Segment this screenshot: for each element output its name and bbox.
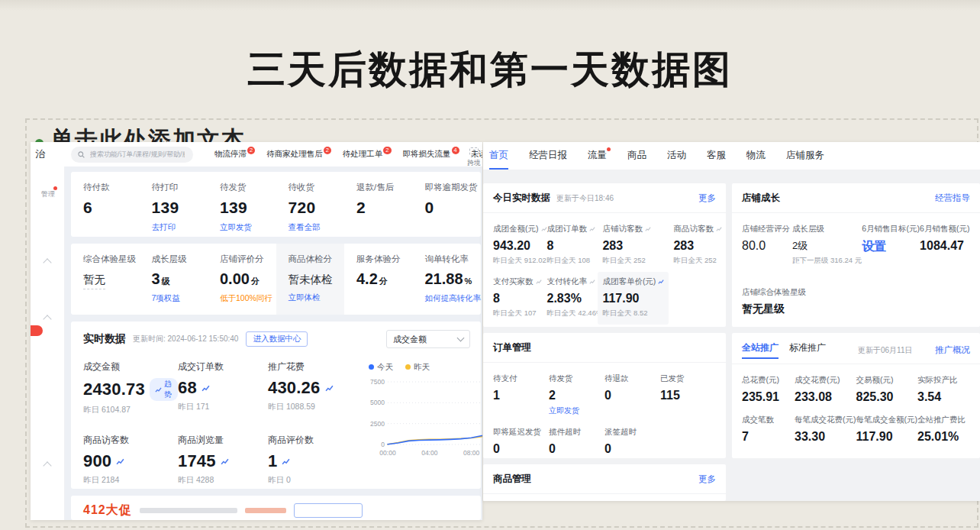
stat-link[interactable]: 如何提高转化率 — [425, 293, 482, 304]
search-icon — [78, 151, 85, 158]
nav-item-traffic-loss[interactable]: 即将损失流量4 — [403, 149, 459, 160]
metric-highlighted[interactable]: 成团客单价(元) 117.90 昨日全天 8.52 — [598, 272, 669, 325]
trend-icon — [589, 279, 595, 285]
trend-icon — [536, 279, 542, 285]
svg-text:04:00: 04:00 — [421, 449, 438, 457]
metric: 待发货 2 立即发货 — [549, 363, 604, 416]
stat-value: 139 — [220, 199, 276, 217]
line-chart[interactable]: 025005000750000:0004:0008:00 — [367, 376, 482, 461]
expand-icon[interactable]: + — [469, 147, 478, 156]
trend-icon — [645, 226, 651, 232]
stat-link[interactable]: 立即体检 — [289, 292, 321, 303]
stat-value: 0 — [425, 199, 482, 217]
tab-shop-services[interactable]: 店铺服务 — [786, 142, 824, 170]
chevron-up-icon[interactable] — [43, 461, 51, 470]
tab-sitewide-promo[interactable]: 全站推广 — [742, 341, 779, 359]
growth-metrics: 店铺经营评分 80.0 成长层级 2级 距下一层级 316.24 元 6月销售目… — [742, 213, 970, 266]
todo-stats-card: 待付款 6 待打印 139 去打印 待发货 139 立即发货 待收货 — [71, 172, 481, 237]
stat-link[interactable]: 低于100%同行 — [220, 293, 272, 304]
left-content: 待付款 6 待打印 139 去打印 待发货 139 立即发货 待收货 — [65, 166, 482, 520]
search-box[interactable] — [71, 147, 193, 163]
metric: 商品访客数 283 昨日全天 252 — [673, 213, 722, 266]
stat-value: 720 — [289, 199, 345, 217]
red-dot-badge — [607, 147, 611, 151]
today-metrics: 成团金额(元) 943.20 昨日全天 912.02 成团订单数 8 昨日全天 … — [493, 213, 716, 325]
chevron-up-icon[interactable] — [43, 315, 51, 323]
stat-label: 待打印 — [152, 182, 208, 193]
legend-item[interactable]: 昨天 — [405, 362, 430, 373]
notification-badge: 2 — [247, 147, 255, 154]
nav-item-aftersale[interactable]: 待商家处理售后2 — [266, 149, 331, 160]
trend-icon[interactable] — [201, 384, 210, 393]
rating-stat: 询单转化率 21.88% 如何提高转化率 — [413, 244, 482, 315]
red-dot-badge — [53, 186, 57, 190]
tab-activities[interactable]: 活动 — [667, 142, 686, 170]
tab-products[interactable]: 商品 — [627, 142, 646, 170]
promo-button[interactable] — [294, 503, 363, 518]
today-data-card: 今日实时数据 更新于今日18:46 更多 成团金额(元) 943.20 昨日全天… — [483, 183, 726, 327]
search-input[interactable] — [89, 150, 186, 159]
stat-link[interactable]: 7项权益 — [152, 293, 180, 304]
promo-strip[interactable]: 412大促 — [71, 496, 481, 520]
legend-item[interactable]: 今天 — [369, 362, 393, 373]
tab-daily-report[interactable]: 经营日报 — [529, 142, 567, 170]
stat-label: 待收货 — [289, 182, 345, 193]
tab-logistics[interactable]: 物流 — [746, 142, 766, 170]
metric: 店铺访客数 283 昨日全天 252 — [602, 213, 673, 266]
stat-link[interactable]: 立即发货 — [220, 222, 252, 233]
trend-icon[interactable] — [282, 457, 290, 466]
stat-label: 店铺评价分 — [220, 254, 276, 265]
metric: 交易额(元) 825.30 — [856, 364, 918, 404]
svg-text:00:00: 00:00 — [379, 449, 396, 457]
nav-item-tickets[interactable]: 待处理工单2 — [343, 149, 392, 160]
trend-icon[interactable] — [325, 384, 334, 393]
svg-text:08:00: 08:00 — [463, 449, 480, 457]
realtime-metrics: 成交金额 2430.73 趋势 昨日 6104.87 成交订单数 68 — [83, 360, 358, 486]
tab-home[interactable]: 首页 — [489, 142, 508, 170]
promotion-card: 全站推广 标准推广 更新于06月11日 推广概况 总花费(元) 235.91 成… — [732, 333, 980, 458]
nav-item-logistics[interactable]: 物流停滞2 — [214, 149, 255, 160]
trend-badge[interactable]: 趋势 — [150, 378, 178, 401]
sidebar-item-manage[interactable]: 管理 — [41, 189, 55, 199]
product-management-card: 商品管理 更多 — [483, 464, 726, 501]
metric: 成团金额(元) 943.20 昨日全天 912.02 — [493, 213, 547, 266]
legend-dot-today — [369, 364, 374, 370]
notification-badge: 2 — [324, 147, 331, 154]
realtime-updated: 更新时间: 2024-06-12 15:50:40 — [133, 334, 238, 344]
card-title: 店铺成长 — [742, 192, 780, 205]
tab-service[interactable]: 客服 — [707, 142, 726, 170]
stat-value: 暂无 — [83, 273, 105, 289]
data-center-button[interactable]: 进入数据中心 — [246, 331, 308, 347]
promo-overview-link[interactable]: 推广概况 — [935, 344, 970, 356]
trend-icon[interactable] — [116, 457, 124, 466]
trend-icon — [658, 279, 664, 285]
more-link[interactable]: 更多 — [698, 473, 716, 485]
rating-stat: 店铺评价分 0.00分 低于100%同行 — [208, 244, 276, 315]
ship-now-link[interactable]: 立即发货 — [549, 406, 579, 416]
tab-standard-promo[interactable]: 标准推广 — [789, 341, 826, 359]
metric: 成长层级 2级 距下一层级 316.24 元 — [792, 213, 862, 266]
stat-link[interactable]: 去打印 — [152, 222, 176, 233]
trend-icon[interactable] — [221, 457, 229, 466]
rating-stat: 服务体验分 4.2分 — [344, 244, 413, 315]
page-title: 三天后数据和第一天数据图 — [0, 44, 980, 95]
trend-icon — [589, 226, 595, 232]
stat-value: 暂未体检 — [289, 273, 333, 287]
guidance-link[interactable]: 经营指导 — [935, 192, 970, 204]
stat-label: 待付款 — [83, 182, 140, 193]
chart-metric-select[interactable]: 成交金额 — [386, 330, 470, 348]
metric: 商品访客数 900 昨日 2184 — [83, 434, 178, 486]
legend-dot-yesterday — [405, 364, 411, 370]
more-link[interactable]: 更多 — [698, 192, 716, 204]
tab-traffic[interactable]: 流量 — [588, 142, 607, 170]
set-target-link[interactable]: 设置 — [862, 239, 920, 255]
todo-stat: 即将逾期发货 0 — [413, 182, 482, 237]
svg-text:2500: 2500 — [370, 420, 385, 428]
stat-link[interactable]: 查看全部 — [289, 222, 321, 233]
metric: 商品浏览量 1745 昨日 4288 — [178, 434, 268, 486]
chevron-up-icon[interactable] — [43, 258, 51, 267]
star-rating-block: 店铺综合体验星级 暂无星级 — [742, 287, 806, 316]
ads-metrics: 总花费(元) 235.91 成交花费(元) 233.08 交易额(元) 825.… — [742, 364, 970, 444]
metric: 全站推广费比 25.01% — [917, 404, 970, 444]
realtime-title: 实时数据 — [83, 332, 126, 346]
